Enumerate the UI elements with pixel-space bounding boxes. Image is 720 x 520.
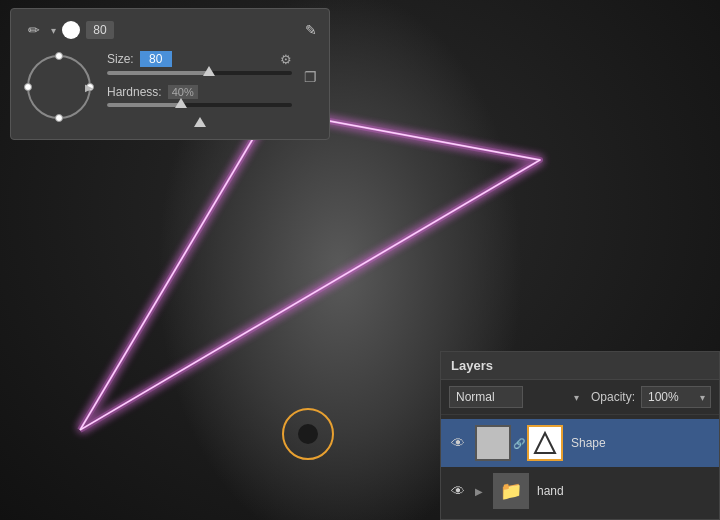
layer-name-hand: hand xyxy=(537,484,564,498)
size-slider-fill xyxy=(107,71,209,75)
brush-sliders: Size: ⚙ Hardness: 40% xyxy=(107,51,292,127)
brush-toolbar: ✏ ▾ 80 ✎ xyxy=(23,19,317,41)
size-slider-thumb xyxy=(203,66,215,76)
bottom-thumb-arrow xyxy=(194,117,206,127)
size-slider-track[interactable] xyxy=(107,71,292,75)
shape-thumbnail-inner xyxy=(529,427,561,459)
shape-thumbnails: 🔗 xyxy=(475,425,563,461)
opacity-wrapper: 100% 75% 50% 25% xyxy=(641,386,711,408)
layer-item-hand[interactable]: 👁 ▶ 📁 hand xyxy=(441,467,719,515)
hardness-slider-row: Hardness: 40% xyxy=(107,85,292,107)
brush-circle-preview: ▶ xyxy=(23,51,95,123)
layer-name-shape: Shape xyxy=(571,436,606,450)
opacity-label: Opacity: xyxy=(591,390,635,404)
brush-size-display: 80 xyxy=(86,21,114,39)
size-slider-row: Size: ⚙ xyxy=(107,51,292,75)
link-icon: 🔗 xyxy=(513,438,525,449)
brush-icon: ✏ xyxy=(23,19,45,41)
arrow-right-icon: ▶ xyxy=(85,82,93,93)
size-label-row: Size: ⚙ xyxy=(107,51,292,67)
hardness-slider-thumb xyxy=(175,98,187,108)
copy-icon[interactable]: ❐ xyxy=(304,69,317,85)
layers-panel-title: Layers xyxy=(441,352,719,380)
brush-cursor-center xyxy=(298,424,318,444)
brush-circle: ▶ xyxy=(27,55,91,119)
visibility-icon-hand[interactable]: 👁 xyxy=(449,483,467,499)
svg-marker-0 xyxy=(535,433,555,453)
visibility-icon-shape[interactable]: 👁 xyxy=(449,435,467,451)
brush-preview-dot xyxy=(62,21,80,39)
layer-item-shape[interactable]: 👁 🔗 Shape xyxy=(441,419,719,467)
shape-content-thumbnail xyxy=(527,425,563,461)
blend-mode-select[interactable]: Normal Dissolve Multiply Screen Overlay xyxy=(449,386,523,408)
hardness-slider-track[interactable] xyxy=(107,103,292,107)
size-label: Size: xyxy=(107,52,134,66)
gear-icon[interactable]: ⚙ xyxy=(280,52,292,67)
folder-icon: 📁 xyxy=(500,480,522,502)
hardness-label: Hardness: xyxy=(107,85,162,99)
panel-right-icons: ❐ xyxy=(304,51,317,85)
blend-mode-wrapper: Normal Dissolve Multiply Screen Overlay xyxy=(449,386,585,408)
brush-cursor xyxy=(282,408,334,460)
handle-left[interactable] xyxy=(24,83,32,91)
hardness-label-row: Hardness: 40% xyxy=(107,85,292,99)
handle-top[interactable] xyxy=(55,52,63,60)
brush-dropdown-arrow[interactable]: ▾ xyxy=(51,25,56,36)
layers-blend-row: Normal Dissolve Multiply Screen Overlay … xyxy=(441,380,719,415)
expand-icon-hand[interactable]: ▶ xyxy=(475,486,483,497)
shape-thumb-svg xyxy=(531,429,559,457)
brush-settings-body: ▶ Size: ⚙ Hardness: 40% xyxy=(23,51,317,127)
opacity-select[interactable]: 100% 75% 50% 25% xyxy=(641,386,711,408)
hardness-slider-fill xyxy=(107,103,181,107)
shape-mask-thumbnail xyxy=(475,425,511,461)
hand-folder-thumbnail: 📁 xyxy=(493,473,529,509)
bottom-thumb-area xyxy=(107,117,292,127)
layers-panel: Layers Normal Dissolve Multiply Screen O… xyxy=(440,351,720,520)
hardness-value: 40% xyxy=(168,85,198,99)
brush-edit-icon[interactable]: ✎ xyxy=(305,22,317,38)
brush-settings-panel: ✏ ▾ 80 ✎ ▶ Size: ⚙ xyxy=(10,8,330,140)
size-input[interactable] xyxy=(140,51,172,67)
handle-bottom[interactable] xyxy=(55,114,63,122)
layers-list: 👁 🔗 Shape 👁 ▶ xyxy=(441,415,719,519)
